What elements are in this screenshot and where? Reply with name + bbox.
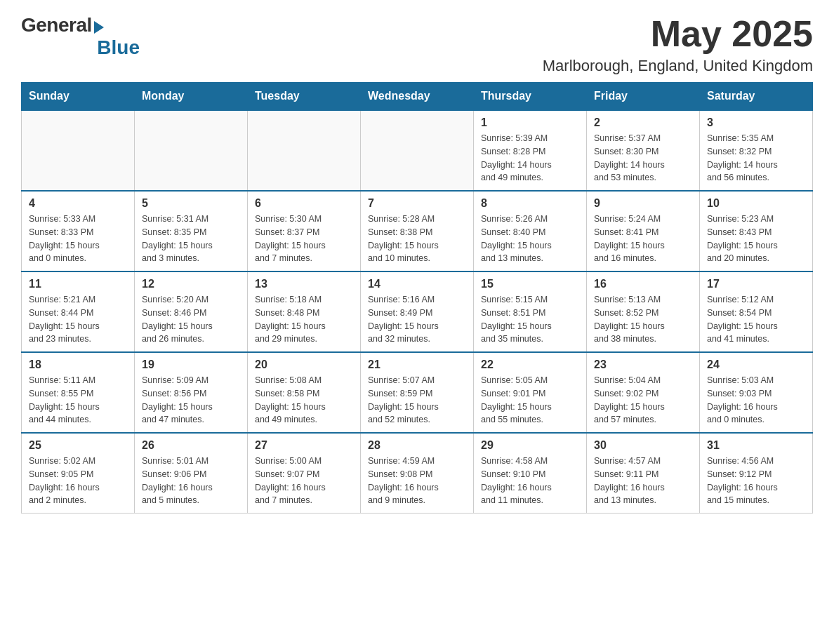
- month-title: May 2025: [543, 14, 813, 54]
- day-number: 26: [142, 439, 240, 452]
- day-info: Sunrise: 5:23 AMSunset: 8:43 PMDaylight:…: [707, 213, 805, 265]
- day-number: 28: [368, 439, 466, 452]
- day-number: 27: [255, 439, 353, 452]
- calendar-cell: 21Sunrise: 5:07 AMSunset: 8:59 PMDayligh…: [361, 352, 474, 433]
- calendar-cell: 10Sunrise: 5:23 AMSunset: 8:43 PMDayligh…: [700, 191, 813, 271]
- calendar-cell: [135, 110, 248, 191]
- calendar-week-row: 11Sunrise: 5:21 AMSunset: 8:44 PMDayligh…: [22, 271, 813, 352]
- day-number: 23: [594, 358, 692, 371]
- calendar-cell: [22, 110, 135, 191]
- calendar-cell: 3Sunrise: 5:35 AMSunset: 8:32 PMDaylight…: [700, 110, 813, 191]
- calendar-cell: 17Sunrise: 5:12 AMSunset: 8:54 PMDayligh…: [700, 271, 813, 352]
- day-info: Sunrise: 5:20 AMSunset: 8:46 PMDaylight:…: [142, 293, 240, 346]
- day-info: Sunrise: 5:13 AMSunset: 8:52 PMDaylight:…: [594, 293, 692, 346]
- day-number: 9: [594, 197, 692, 210]
- day-info: Sunrise: 5:12 AMSunset: 8:54 PMDaylight:…: [707, 293, 805, 346]
- title-block: May 2025 Marlborough, England, United Ki…: [543, 14, 813, 75]
- day-number: 22: [481, 358, 579, 371]
- day-info: Sunrise: 5:08 AMSunset: 8:58 PMDaylight:…: [255, 374, 353, 427]
- day-number: 3: [707, 116, 805, 129]
- calendar-week-row: 18Sunrise: 5:11 AMSunset: 8:55 PMDayligh…: [22, 352, 813, 433]
- day-info: Sunrise: 5:28 AMSunset: 8:38 PMDaylight:…: [368, 213, 466, 265]
- calendar-header-thursday: Thursday: [474, 83, 587, 111]
- logo-blue-text: Blue: [97, 36, 140, 59]
- day-info: Sunrise: 4:57 AMSunset: 9:11 PMDaylight:…: [594, 455, 692, 507]
- calendar-cell: 14Sunrise: 5:16 AMSunset: 8:49 PMDayligh…: [361, 271, 474, 352]
- calendar-cell: 31Sunrise: 4:56 AMSunset: 9:12 PMDayligh…: [700, 433, 813, 514]
- day-info: Sunrise: 5:02 AMSunset: 9:05 PMDaylight:…: [29, 455, 127, 507]
- day-number: 8: [481, 197, 579, 210]
- calendar-cell: 13Sunrise: 5:18 AMSunset: 8:48 PMDayligh…: [248, 271, 361, 352]
- day-info: Sunrise: 5:15 AMSunset: 8:51 PMDaylight:…: [481, 293, 579, 346]
- calendar-week-row: 4Sunrise: 5:33 AMSunset: 8:33 PMDaylight…: [22, 191, 813, 271]
- calendar-header-tuesday: Tuesday: [248, 83, 361, 111]
- day-info: Sunrise: 5:31 AMSunset: 8:35 PMDaylight:…: [142, 213, 240, 265]
- day-info: Sunrise: 5:39 AMSunset: 8:28 PMDaylight:…: [481, 132, 579, 185]
- day-number: 19: [142, 358, 240, 371]
- logo-general-text: General: [21, 14, 92, 36]
- day-info: Sunrise: 4:58 AMSunset: 9:10 PMDaylight:…: [481, 455, 579, 507]
- calendar-cell: 25Sunrise: 5:02 AMSunset: 9:05 PMDayligh…: [22, 433, 135, 514]
- day-number: 25: [29, 439, 127, 452]
- calendar-cell: [248, 110, 361, 191]
- calendar-header-saturday: Saturday: [700, 83, 813, 111]
- calendar-header-wednesday: Wednesday: [361, 83, 474, 111]
- day-info: Sunrise: 4:59 AMSunset: 9:08 PMDaylight:…: [368, 455, 466, 507]
- calendar-cell: 11Sunrise: 5:21 AMSunset: 8:44 PMDayligh…: [22, 271, 135, 352]
- day-number: 6: [255, 197, 353, 210]
- day-info: Sunrise: 5:05 AMSunset: 9:01 PMDaylight:…: [481, 374, 579, 427]
- calendar-cell: 26Sunrise: 5:01 AMSunset: 9:06 PMDayligh…: [135, 433, 248, 514]
- day-info: Sunrise: 5:33 AMSunset: 8:33 PMDaylight:…: [29, 213, 127, 265]
- calendar-cell: 23Sunrise: 5:04 AMSunset: 9:02 PMDayligh…: [587, 352, 700, 433]
- calendar-header-monday: Monday: [135, 83, 248, 111]
- calendar-table: SundayMondayTuesdayWednesdayThursdayFrid…: [21, 82, 813, 514]
- day-info: Sunrise: 5:30 AMSunset: 8:37 PMDaylight:…: [255, 213, 353, 265]
- calendar-cell: 29Sunrise: 4:58 AMSunset: 9:10 PMDayligh…: [474, 433, 587, 514]
- day-info: Sunrise: 5:37 AMSunset: 8:30 PMDaylight:…: [594, 132, 692, 185]
- day-number: 30: [594, 439, 692, 452]
- calendar-cell: 19Sunrise: 5:09 AMSunset: 8:56 PMDayligh…: [135, 352, 248, 433]
- calendar-cell: 5Sunrise: 5:31 AMSunset: 8:35 PMDaylight…: [135, 191, 248, 271]
- calendar-cell: 4Sunrise: 5:33 AMSunset: 8:33 PMDaylight…: [22, 191, 135, 271]
- calendar-cell: 28Sunrise: 4:59 AMSunset: 9:08 PMDayligh…: [361, 433, 474, 514]
- calendar-header-sunday: Sunday: [22, 83, 135, 111]
- day-number: 31: [707, 439, 805, 452]
- calendar-cell: 2Sunrise: 5:37 AMSunset: 8:30 PMDaylight…: [587, 110, 700, 191]
- day-number: 5: [142, 197, 240, 210]
- day-info: Sunrise: 4:56 AMSunset: 9:12 PMDaylight:…: [707, 455, 805, 507]
- logo-arrow-icon: [94, 21, 104, 34]
- day-info: Sunrise: 5:07 AMSunset: 8:59 PMDaylight:…: [368, 374, 466, 427]
- day-number: 7: [368, 197, 466, 210]
- day-info: Sunrise: 5:09 AMSunset: 8:56 PMDaylight:…: [142, 374, 240, 427]
- calendar-cell: 16Sunrise: 5:13 AMSunset: 8:52 PMDayligh…: [587, 271, 700, 352]
- day-number: 24: [707, 358, 805, 371]
- calendar-cell: 18Sunrise: 5:11 AMSunset: 8:55 PMDayligh…: [22, 352, 135, 433]
- calendar-cell: 9Sunrise: 5:24 AMSunset: 8:41 PMDaylight…: [587, 191, 700, 271]
- calendar-cell: 12Sunrise: 5:20 AMSunset: 8:46 PMDayligh…: [135, 271, 248, 352]
- day-info: Sunrise: 5:21 AMSunset: 8:44 PMDaylight:…: [29, 293, 127, 346]
- calendar-cell: 24Sunrise: 5:03 AMSunset: 9:03 PMDayligh…: [700, 352, 813, 433]
- day-info: Sunrise: 5:26 AMSunset: 8:40 PMDaylight:…: [481, 213, 579, 265]
- day-number: 14: [368, 278, 466, 290]
- day-info: Sunrise: 5:24 AMSunset: 8:41 PMDaylight:…: [594, 213, 692, 265]
- calendar-week-row: 25Sunrise: 5:02 AMSunset: 9:05 PMDayligh…: [22, 433, 813, 514]
- page-header: General General Blue May 2025 Marlboroug…: [21, 14, 813, 75]
- day-info: Sunrise: 5:18 AMSunset: 8:48 PMDaylight:…: [255, 293, 353, 346]
- day-number: 10: [707, 197, 805, 210]
- day-number: 21: [368, 358, 466, 371]
- day-number: 16: [594, 278, 692, 290]
- day-info: Sunrise: 5:01 AMSunset: 9:06 PMDaylight:…: [142, 455, 240, 507]
- calendar-cell: 1Sunrise: 5:39 AMSunset: 8:28 PMDaylight…: [474, 110, 587, 191]
- day-number: 20: [255, 358, 353, 371]
- calendar-header-friday: Friday: [587, 83, 700, 111]
- calendar-cell: 22Sunrise: 5:05 AMSunset: 9:01 PMDayligh…: [474, 352, 587, 433]
- calendar-cell: 27Sunrise: 5:00 AMSunset: 9:07 PMDayligh…: [248, 433, 361, 514]
- day-number: 18: [29, 358, 127, 371]
- calendar-cell: 20Sunrise: 5:08 AMSunset: 8:58 PMDayligh…: [248, 352, 361, 433]
- day-number: 4: [29, 197, 127, 210]
- location-title: Marlborough, England, United Kingdom: [543, 57, 813, 75]
- calendar-cell: 7Sunrise: 5:28 AMSunset: 8:38 PMDaylight…: [361, 191, 474, 271]
- calendar-cell: 30Sunrise: 4:57 AMSunset: 9:11 PMDayligh…: [587, 433, 700, 514]
- day-info: Sunrise: 5:04 AMSunset: 9:02 PMDaylight:…: [594, 374, 692, 427]
- day-number: 15: [481, 278, 579, 290]
